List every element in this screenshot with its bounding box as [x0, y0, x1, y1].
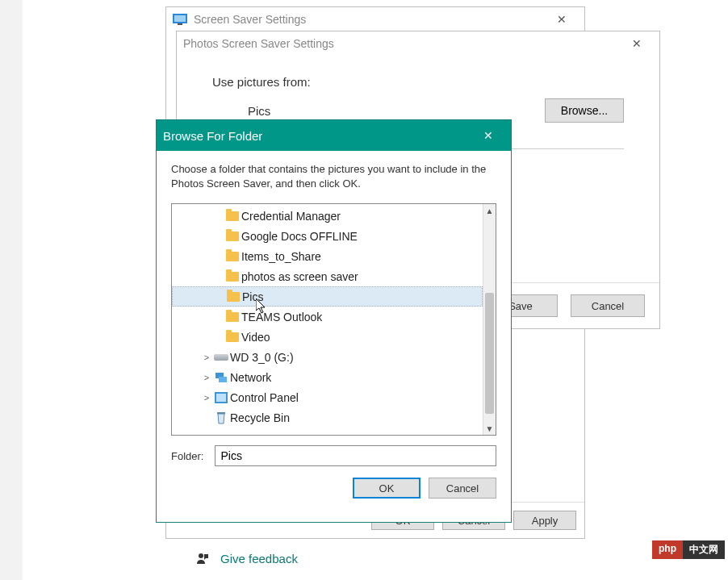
- folder-icon: [226, 312, 239, 322]
- tree-item-label: TEAMS Outlook: [241, 311, 322, 323]
- tree-item-label: photos as screen saver: [241, 270, 358, 283]
- browse-for-folder-dialog: Browse For Folder ✕ Choose a folder that…: [156, 119, 512, 523]
- watermark: php 中文网: [652, 540, 725, 559]
- folder-icon: [226, 332, 239, 342]
- tree-item-label: Video: [241, 331, 270, 344]
- network-icon: [215, 372, 228, 383]
- screensaver-titlebar[interactable]: Screen Saver Settings ✕: [166, 7, 584, 31]
- scrollbar[interactable]: ▲ ▼: [483, 204, 496, 435]
- tree-item-label: Pics: [242, 290, 263, 303]
- tree-item-label: Items_to_Share: [241, 250, 321, 263]
- browse-button[interactable]: Browse...: [545, 98, 624, 123]
- close-icon[interactable]: ✕: [621, 31, 653, 56]
- cancel-button[interactable]: Cancel: [429, 478, 496, 499]
- tree-item[interactable]: photos as screen saver: [172, 266, 483, 286]
- ok-button[interactable]: OK: [353, 478, 420, 499]
- cancel-button[interactable]: Cancel: [571, 294, 645, 317]
- close-icon[interactable]: ✕: [472, 123, 504, 148]
- screensaver-title: Screen Saver Settings: [194, 13, 306, 26]
- svg-rect-7: [217, 412, 225, 414]
- tree-item-label: Google Docs OFFLINE: [241, 230, 358, 243]
- tree-item[interactable]: >Control Panel: [172, 387, 483, 407]
- photos-title: Photos Screen Saver Settings: [183, 37, 334, 50]
- selected-folder-text: Pics: [248, 104, 270, 118]
- control-panel-icon: [215, 392, 228, 403]
- use-pictures-from-label: Use pictures from:: [212, 75, 624, 89]
- svg-rect-4: [219, 377, 227, 382]
- svg-point-8: [199, 553, 203, 558]
- drive-icon: [214, 354, 228, 361]
- folder-label: Folder:: [171, 450, 203, 462]
- browse-titlebar[interactable]: Browse For Folder ✕: [157, 120, 511, 151]
- folder-tree: Credential ManagerGoogle Docs OFFLINEIte…: [171, 203, 496, 436]
- tree-item-label: Recycle Bin: [230, 411, 290, 424]
- folder-icon: [226, 211, 239, 221]
- folder-icon: [226, 252, 239, 261]
- svg-rect-1: [174, 15, 186, 22]
- close-icon[interactable]: ✕: [546, 7, 578, 31]
- scroll-up-icon[interactable]: ▲: [483, 204, 496, 217]
- expand-toggle-icon[interactable]: >: [201, 353, 212, 362]
- folder-icon: [226, 232, 239, 241]
- person-icon: [196, 553, 209, 565]
- photos-titlebar[interactable]: Photos Screen Saver Settings ✕: [177, 31, 659, 56]
- recycle-bin-icon: [215, 411, 227, 424]
- browse-title: Browse For Folder: [163, 129, 262, 143]
- folder-icon: [227, 292, 240, 302]
- expand-toggle-icon[interactable]: >: [201, 393, 212, 403]
- tree-item[interactable]: Google Docs OFFLINE: [172, 226, 483, 246]
- tree-item-label: Credential Manager: [241, 210, 341, 223]
- page-left-strip: [0, 0, 23, 580]
- tree-item[interactable]: Items_to_Share: [172, 246, 483, 266]
- tree-item[interactable]: >Network: [172, 367, 483, 387]
- apply-button[interactable]: Apply: [513, 511, 576, 530]
- give-feedback-label: Give feedback: [220, 552, 298, 565]
- tree-item[interactable]: TEAMS Outlook: [172, 307, 483, 327]
- give-feedback-link[interactable]: Give feedback: [196, 552, 298, 565]
- svg-rect-2: [178, 23, 182, 25]
- tree-item[interactable]: Video: [172, 327, 483, 347]
- svg-rect-6: [216, 394, 226, 402]
- tree-item[interactable]: Credential Manager: [172, 206, 483, 226]
- tree-item-label: Network: [230, 371, 271, 384]
- tree-item[interactable]: Recycle Bin: [172, 407, 483, 428]
- tree-item-label: WD 3_0 (G:): [230, 351, 294, 364]
- scroll-thumb[interactable]: [485, 293, 494, 414]
- tree-item[interactable]: Pics: [172, 286, 483, 307]
- folder-tree-viewport[interactable]: Credential ManagerGoogle Docs OFFLINEIte…: [172, 204, 483, 435]
- scroll-down-icon[interactable]: ▼: [483, 422, 496, 435]
- watermark-right: 中文网: [683, 540, 725, 559]
- watermark-left: php: [652, 540, 683, 559]
- folder-icon: [226, 272, 239, 282]
- tree-item-label: Control Panel: [230, 391, 299, 404]
- tree-item[interactable]: >WD 3_0 (G:): [172, 347, 483, 367]
- screensaver-icon: [173, 14, 187, 25]
- expand-toggle-icon[interactable]: >: [201, 373, 212, 382]
- folder-input[interactable]: [215, 445, 496, 466]
- browse-instruction: Choose a folder that contains the pictur…: [157, 151, 511, 195]
